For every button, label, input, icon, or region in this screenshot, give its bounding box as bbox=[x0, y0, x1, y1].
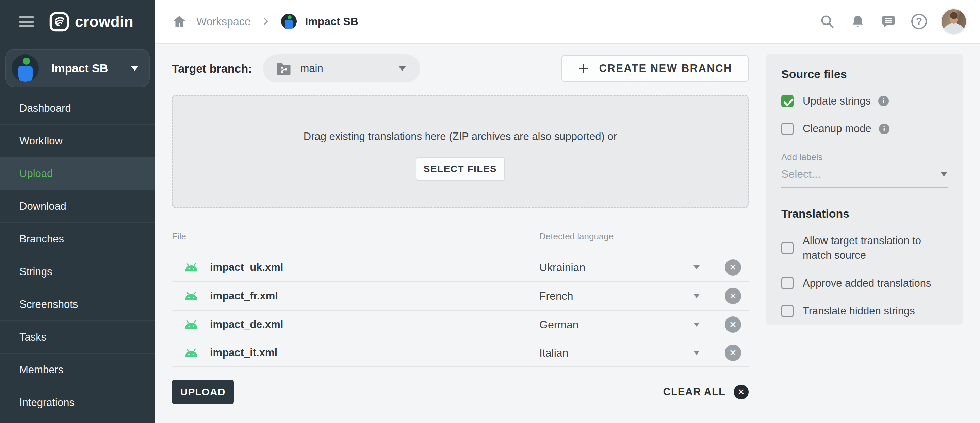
sidebar-nav: Dashboard Workflow Upload Download Branc… bbox=[0, 92, 155, 419]
remove-file-button[interactable] bbox=[725, 259, 741, 276]
table-row: impact_uk.xml Ukrainian bbox=[172, 253, 749, 281]
android-icon bbox=[184, 348, 198, 358]
android-icon bbox=[184, 263, 198, 272]
select-files-button[interactable]: SELECT FILES bbox=[416, 157, 505, 181]
info-icon[interactable] bbox=[878, 96, 889, 106]
clear-all-x-icon bbox=[733, 385, 749, 399]
language-select[interactable]: Ukrainian bbox=[539, 261, 725, 274]
main-content: Target branch: main CREATE NEW BRANCH bbox=[155, 43, 980, 423]
file-name: impact_de.xml bbox=[210, 318, 283, 331]
checkbox[interactable] bbox=[781, 95, 794, 107]
breadcrumb-project-name: Impact SB bbox=[305, 15, 358, 28]
language-select[interactable]: French bbox=[539, 290, 725, 302]
labels-select[interactable]: Select... bbox=[781, 168, 948, 188]
language-select[interactable]: Italian bbox=[539, 347, 725, 359]
chat-icon[interactable] bbox=[881, 14, 896, 29]
android-icon bbox=[184, 291, 198, 301]
column-header-file: File bbox=[172, 231, 539, 253]
option-cleanup-mode[interactable]: Cleanup mode bbox=[781, 121, 948, 136]
sidebar-item-screenshots[interactable]: Screenshots bbox=[0, 288, 155, 321]
upload-button[interactable]: UPLOAD bbox=[172, 380, 234, 404]
chevron-down-icon bbox=[694, 351, 700, 355]
crowdin-logo[interactable]: crowdin bbox=[49, 12, 134, 32]
create-new-branch-button[interactable]: CREATE NEW BRANCH bbox=[562, 55, 749, 82]
dropzone-hint: Drag existing translations here (ZIP arc… bbox=[173, 131, 748, 143]
crowdin-logo-icon bbox=[49, 12, 69, 32]
sidebar-item-dashboard[interactable]: Dashboard bbox=[0, 92, 155, 125]
branch-select[interactable]: main bbox=[263, 54, 420, 82]
clear-all-button[interactable]: CLEAR ALL bbox=[663, 385, 749, 399]
top-bar: Workspace Impact SB ? bbox=[155, 0, 980, 43]
checkbox[interactable] bbox=[781, 277, 794, 289]
upload-settings-panel: Source files Update strings Cleanup mode… bbox=[765, 54, 963, 324]
file-dropzone[interactable]: Drag existing translations here (ZIP arc… bbox=[172, 95, 749, 208]
source-files-title: Source files bbox=[781, 67, 948, 81]
table-row: impact_de.xml German bbox=[172, 310, 749, 338]
file-name: impact_it.xml bbox=[210, 347, 277, 359]
branch-value: main bbox=[301, 62, 398, 75]
clear-all-label: CLEAR ALL bbox=[663, 386, 726, 398]
bell-icon[interactable] bbox=[850, 14, 865, 29]
chevron-down-icon bbox=[694, 265, 700, 270]
sidebar-item-integrations[interactable]: Integrations bbox=[0, 386, 155, 419]
remove-file-button[interactable] bbox=[725, 316, 741, 333]
language-value: French bbox=[539, 290, 573, 302]
language-select[interactable]: German bbox=[539, 318, 725, 331]
uploaded-files-table: File Detected language impact_uk.xml Ukr… bbox=[172, 222, 749, 367]
create-new-branch-label: CREATE NEW BRANCH bbox=[599, 62, 732, 75]
project-name: Impact SB bbox=[51, 62, 130, 75]
breadcrumb-workspace[interactable]: Workspace bbox=[196, 15, 250, 28]
option-translate-hidden[interactable]: Translate hidden strings bbox=[781, 303, 948, 318]
remove-file-button[interactable] bbox=[725, 345, 741, 361]
chevron-down-icon bbox=[694, 322, 700, 327]
target-branch-label: Target branch: bbox=[172, 62, 252, 75]
translations-title: Translations bbox=[781, 207, 948, 220]
chevron-down-icon bbox=[398, 66, 406, 71]
project-avatar bbox=[281, 14, 297, 29]
checkbox[interactable] bbox=[781, 123, 794, 135]
home-icon[interactable] bbox=[172, 14, 187, 29]
checkbox[interactable] bbox=[781, 305, 794, 317]
branch-folder-icon bbox=[276, 61, 292, 76]
menu-hamburger-icon[interactable] bbox=[19, 16, 34, 27]
option-update-strings[interactable]: Update strings bbox=[781, 94, 948, 108]
help-icon[interactable]: ? bbox=[911, 14, 927, 29]
android-icon bbox=[184, 320, 198, 329]
chevron-down-icon bbox=[940, 172, 948, 176]
sidebar-item-upload[interactable]: Upload bbox=[0, 157, 155, 190]
user-avatar[interactable] bbox=[940, 8, 967, 35]
info-icon[interactable] bbox=[879, 124, 889, 134]
file-name: impact_fr.xml bbox=[210, 290, 278, 302]
sidebar-item-workflow[interactable]: Workflow bbox=[0, 125, 155, 157]
chevron-right-icon bbox=[261, 16, 271, 27]
option-allow-match-source[interactable]: Allow target translation to match source bbox=[781, 233, 948, 263]
language-value: Italian bbox=[539, 347, 568, 359]
sidebar: crowdin Impact SB Dashboard Workflow Upl… bbox=[0, 0, 155, 423]
option-approve-added[interactable]: Approve added translations bbox=[781, 276, 948, 291]
sidebar-item-members[interactable]: Members bbox=[0, 354, 155, 386]
table-row: impact_it.xml Italian bbox=[172, 338, 749, 367]
language-value: German bbox=[539, 318, 579, 331]
remove-file-button[interactable] bbox=[725, 288, 741, 304]
breadcrumb-project[interactable]: Impact SB bbox=[281, 14, 358, 29]
add-labels-label: Add labels bbox=[781, 152, 948, 163]
project-selector[interactable]: Impact SB bbox=[5, 49, 150, 87]
checkbox[interactable] bbox=[781, 242, 794, 254]
language-value: Ukrainian bbox=[539, 261, 585, 274]
sidebar-item-download[interactable]: Download bbox=[0, 190, 155, 223]
sidebar-item-branches[interactable]: Branches bbox=[0, 223, 155, 255]
file-name: impact_uk.xml bbox=[210, 261, 283, 273]
sidebar-item-tasks[interactable]: Tasks bbox=[0, 321, 155, 354]
chevron-down-icon bbox=[694, 294, 700, 298]
project-avatar bbox=[11, 54, 39, 82]
table-row: impact_fr.xml French bbox=[172, 281, 749, 310]
plus-icon bbox=[578, 63, 589, 74]
chevron-down-icon bbox=[130, 66, 139, 71]
sidebar-item-strings[interactable]: Strings bbox=[0, 255, 155, 288]
crowdin-logo-text: crowdin bbox=[75, 13, 134, 30]
search-icon[interactable] bbox=[819, 14, 835, 29]
column-header-language: Detected language bbox=[539, 231, 614, 253]
